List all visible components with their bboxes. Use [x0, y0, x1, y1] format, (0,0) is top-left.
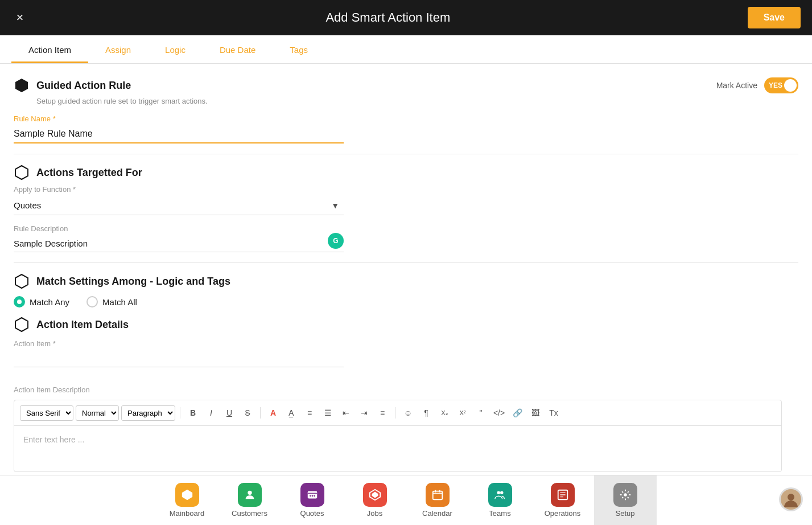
action-item-details-title: Action Item Details: [36, 319, 129, 331]
unordered-list-button[interactable]: ☰: [320, 405, 336, 421]
main-content: Guided Action Rule Mark Active YES Setup…: [0, 64, 812, 475]
svg-marker-2: [15, 274, 28, 288]
jobs-icon: [363, 483, 387, 507]
bold-button[interactable]: B: [185, 405, 201, 421]
quotes-icon: [300, 483, 324, 507]
nav-mainboard-label: Mainboard: [170, 509, 204, 518]
link-button[interactable]: 🔗: [509, 405, 525, 421]
svg-point-13: [497, 491, 500, 495]
editor-placeholder: Enter text here ...: [23, 435, 84, 444]
nav-customers[interactable]: Customers: [219, 475, 281, 526]
svg-marker-4: [182, 490, 192, 500]
nav-jobs[interactable]: Jobs: [344, 475, 406, 526]
editor-content-area[interactable]: Enter text here ...: [14, 426, 781, 471]
radio-match-any-indicator: [14, 296, 25, 307]
nav-jobs-label: Jobs: [367, 509, 382, 518]
font-size-select[interactable]: Normal: [76, 405, 119, 421]
subscript-button[interactable]: X₂: [436, 405, 452, 421]
nav-quotes-label: Quotes: [300, 509, 324, 518]
nav-mainboard[interactable]: Mainboard: [156, 475, 219, 526]
nav-calendar[interactable]: Calendar: [406, 475, 469, 526]
match-radio-group: Match Any Match All: [14, 296, 798, 307]
strikethrough-button[interactable]: S: [240, 405, 255, 421]
hex-icon-targeted: [14, 165, 30, 181]
mark-active-toggle[interactable]: YES: [764, 77, 798, 93]
apply-function-label: Apply to Function *: [14, 185, 798, 194]
apply-function-field: Apply to Function * Quotes ▼: [14, 185, 798, 215]
divider-1: [14, 154, 798, 154]
rule-description-label: Rule Description: [14, 224, 798, 233]
tab-assign[interactable]: Assign: [88, 38, 148, 63]
format-select[interactable]: Paragraph: [121, 405, 175, 421]
italic-button[interactable]: I: [203, 405, 219, 421]
toolbar-divider-2: [260, 407, 261, 419]
ordered-list-button[interactable]: ≡: [302, 405, 318, 421]
svg-rect-6: [307, 491, 317, 499]
setup-icon: [613, 483, 637, 507]
superscript-button[interactable]: X²: [455, 405, 471, 421]
rule-description-input[interactable]: [14, 235, 344, 252]
apply-function-wrapper: Quotes ▼: [14, 196, 344, 215]
font-color-button[interactable]: A: [265, 405, 281, 421]
radio-match-all-indicator: [86, 296, 98, 307]
paragraph-button[interactable]: ¶: [418, 405, 434, 421]
font-family-select[interactable]: Sans Serif: [20, 405, 73, 421]
image-button[interactable]: 🖼: [527, 405, 543, 421]
tab-logic[interactable]: Logic: [148, 38, 203, 63]
emoji-button[interactable]: ☺: [400, 405, 416, 421]
align-button[interactable]: ≡: [374, 405, 390, 421]
svg-point-14: [500, 491, 504, 495]
radio-match-any[interactable]: Match Any: [14, 296, 69, 307]
operations-icon: [551, 483, 575, 507]
svg-point-9: [314, 495, 315, 497]
tab-due-date[interactable]: Due Date: [203, 38, 273, 63]
tab-action-item[interactable]: Action Item: [11, 38, 88, 63]
hex-icon-match: [14, 273, 30, 289]
guided-action-header: Guided Action Rule Mark Active YES: [14, 77, 798, 93]
action-description-field: Action Item Description: [14, 385, 798, 394]
guided-action-title: Guided Action Rule: [36, 80, 131, 92]
save-button[interactable]: Save: [748, 7, 801, 28]
guided-action-subtitle: Setup guided action rule set to trigger …: [36, 97, 798, 105]
action-item-field: Action Item *: [14, 339, 798, 376]
apply-function-select[interactable]: Quotes: [14, 196, 344, 215]
radio-match-any-label: Match Any: [30, 297, 69, 307]
code-button[interactable]: </>: [491, 405, 507, 421]
indent-left-button[interactable]: ⇤: [338, 405, 354, 421]
rule-name-input[interactable]: [14, 125, 344, 143]
action-description-label: Action Item Description: [14, 385, 798, 394]
underline-button[interactable]: U: [221, 405, 237, 421]
action-item-label: Action Item *: [14, 339, 798, 348]
teams-icon: [488, 483, 512, 507]
rule-name-field: Rule Name: [14, 114, 798, 143]
nav-quotes[interactable]: Quotes: [281, 475, 344, 526]
radio-match-all[interactable]: Match All: [86, 296, 137, 307]
highlight-button[interactable]: A̲: [283, 405, 299, 421]
rule-name-label: Rule Name: [14, 114, 798, 123]
hex-icon-guided: [14, 77, 30, 93]
action-fields-area: Action Item * Action Item Description Sa…: [14, 339, 798, 472]
close-button[interactable]: ×: [11, 9, 28, 26]
svg-marker-11: [372, 492, 378, 498]
nav-setup[interactable]: Setup: [594, 475, 657, 526]
nav-customers-label: Customers: [232, 509, 267, 518]
mainboard-icon: [175, 483, 199, 507]
quote-button[interactable]: ": [473, 405, 489, 421]
svg-marker-3: [15, 318, 28, 331]
nav-teams[interactable]: Teams: [469, 475, 531, 526]
nav-setup-label: Setup: [616, 509, 635, 518]
svg-point-16: [624, 493, 627, 497]
action-item-input[interactable]: [14, 350, 344, 367]
grammarly-icon: G: [328, 233, 344, 249]
indent-right-button[interactable]: ⇥: [356, 405, 372, 421]
tab-tags[interactable]: Tags: [273, 38, 325, 63]
action-item-details-header: Action Item Details: [14, 317, 798, 333]
nav-operations[interactable]: Operations: [531, 475, 594, 526]
svg-point-8: [311, 495, 313, 497]
app-header: × Add Smart Action Item Save: [0, 0, 812, 35]
editor-toolbar: Sans Serif Normal Paragraph B I U S A A̲…: [14, 400, 781, 426]
user-avatar[interactable]: [779, 487, 803, 511]
clear-format-button[interactable]: Tx: [546, 405, 562, 421]
actions-targeted-header: Actions Targetted For: [14, 165, 798, 181]
divider-2: [14, 262, 798, 263]
